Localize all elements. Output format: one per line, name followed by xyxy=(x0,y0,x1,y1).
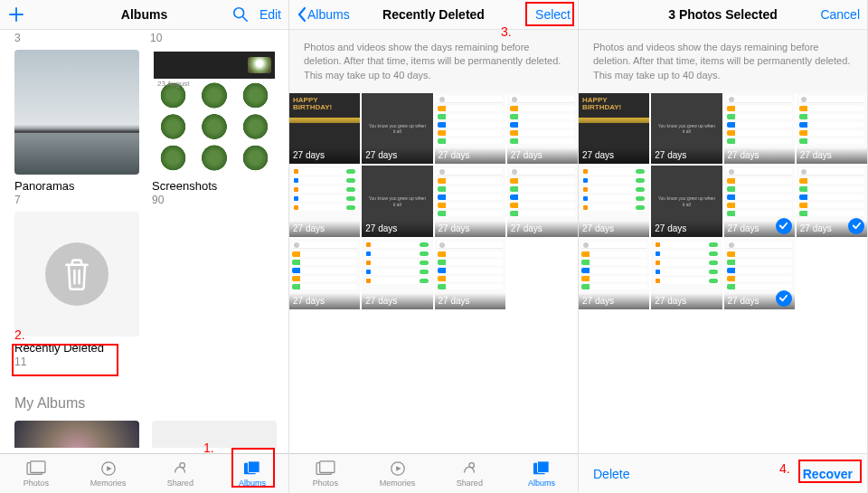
tab-albums[interactable]: Albums xyxy=(505,454,578,493)
recover-button[interactable]: Recover xyxy=(803,467,853,481)
tab-label: Shared xyxy=(167,479,193,488)
photo-thumb[interactable]: You know you grew up when it all27 days xyxy=(651,166,722,236)
photo-thumb[interactable]: 27 days xyxy=(435,93,505,164)
back-button[interactable]: Albums xyxy=(297,6,350,23)
panorama-thumb-image xyxy=(14,50,139,175)
album-label: Recently Deleted xyxy=(14,341,139,355)
tab-label: Memories xyxy=(90,479,127,488)
svg-rect-2 xyxy=(31,460,45,472)
my-albums-header: My Albums xyxy=(14,395,274,412)
photo-thumb[interactable]: You know you grew up when it all27 days xyxy=(362,93,432,164)
album-panoramas[interactable]: Panoramas 7 xyxy=(14,50,139,206)
photo-thumb[interactable]: HAPPY BIRTHDAY!27 days xyxy=(289,93,360,164)
tab-shared[interactable]: Shared xyxy=(145,454,217,493)
panel-albums-list: Albums Edit 3 10 Panoramas 7 xyxy=(0,0,289,493)
selected-check-icon xyxy=(776,290,792,307)
photo-thumb[interactable]: 27 days xyxy=(797,93,867,164)
days-remaining-label: 27 days xyxy=(507,221,578,237)
tab-label: Memories xyxy=(380,479,416,488)
edit-button[interactable]: Edit xyxy=(259,7,281,22)
days-remaining-label: 27 days xyxy=(362,293,432,309)
photo-thumb[interactable]: 27 days xyxy=(651,239,722,309)
photo-thumb[interactable]: 27 days xyxy=(507,93,578,164)
search-icon[interactable] xyxy=(232,6,249,23)
photo-thumb[interactable]: 27 days xyxy=(362,239,432,309)
photo-thumb[interactable]: 27 days xyxy=(724,93,795,164)
tab-memories[interactable]: Memories xyxy=(362,454,434,493)
photo-thumb[interactable]: 27 days xyxy=(579,166,649,236)
svg-rect-10 xyxy=(538,460,550,472)
days-remaining-label: 27 days xyxy=(579,147,649,164)
days-remaining-label: 27 days xyxy=(289,147,360,164)
photo-thumb[interactable]: 27 days xyxy=(507,166,578,236)
tab-label: Albums xyxy=(528,479,555,488)
thumb-grid[interactable]: HAPPY BIRTHDAY!27 daysYou know you grew … xyxy=(579,93,867,309)
tab-label: Photos xyxy=(313,479,338,488)
photo-thumb[interactable]: 27 days xyxy=(289,239,360,309)
cancel-button[interactable]: Cancel xyxy=(820,7,860,22)
navbar: Albums Recently Deleted Select xyxy=(289,0,578,30)
photo-thumb[interactable]: You know you grew up when it all27 days xyxy=(651,93,722,164)
album-count: 7 xyxy=(14,194,139,206)
prev-album-count-right: 10 xyxy=(150,32,162,44)
screenshots-thumb-collage xyxy=(152,50,277,175)
selected-check-icon xyxy=(848,218,864,234)
album-count: 90 xyxy=(152,194,277,206)
tab-label: Shared xyxy=(457,479,483,488)
days-remaining-label: 27 days xyxy=(579,221,649,237)
days-remaining-label: 27 days xyxy=(651,293,722,309)
tab-photos[interactable]: Photos xyxy=(289,454,362,493)
info-text: Photos and videos show the days remainin… xyxy=(579,30,867,93)
tab-photos[interactable]: Photos xyxy=(0,454,72,493)
photo-thumb[interactable]: 27 days xyxy=(435,166,505,236)
photo-thumb[interactable]: 27 days xyxy=(724,166,795,236)
days-remaining-label: 27 days xyxy=(651,221,722,237)
svg-rect-5 xyxy=(249,460,260,472)
tab-shared[interactable]: Shared xyxy=(434,454,506,493)
album-recently-deleted[interactable]: Recently Deleted 11 xyxy=(14,212,139,368)
photo-thumb[interactable]: 27 days xyxy=(579,239,649,309)
days-remaining-label: 27 days xyxy=(435,147,505,164)
prev-album-count-left: 3 xyxy=(14,32,150,44)
album-label: Panoramas xyxy=(14,179,139,193)
days-remaining-label: 27 days xyxy=(289,221,360,237)
photo-thumb[interactable]: 27 days xyxy=(435,239,505,309)
tab-albums[interactable]: Albums xyxy=(216,454,288,493)
action-bar: Delete Recover xyxy=(579,453,867,493)
tab-memories[interactable]: Memories xyxy=(72,454,145,493)
photo-thumb[interactable]: 27 days xyxy=(724,239,795,309)
selected-check-icon xyxy=(776,218,792,234)
tab-label: Albums xyxy=(239,479,266,488)
trash-icon xyxy=(45,242,108,306)
delete-button[interactable]: Delete xyxy=(593,467,629,481)
panel-selection: 3 Photos Selected Cancel Photos and vide… xyxy=(579,0,868,493)
days-remaining-label: 27 days xyxy=(362,147,432,164)
album-count: 11 xyxy=(14,356,139,368)
tab-label: Photos xyxy=(24,479,49,488)
tab-bar: Photos Memories Shared Albums xyxy=(0,453,288,493)
photo-thumb[interactable]: You know you grew up when it all27 days xyxy=(362,166,432,236)
days-remaining-label: 27 days xyxy=(579,293,649,309)
days-remaining-label: 27 days xyxy=(797,147,867,164)
navbar: 3 Photos Selected Cancel xyxy=(579,0,867,30)
days-remaining-label: 27 days xyxy=(507,147,578,164)
panel-recently-deleted: Albums Recently Deleted Select Photos an… xyxy=(289,0,579,493)
days-remaining-label: 27 days xyxy=(435,293,505,309)
screenshots-date-label: 23 August xyxy=(157,80,190,88)
album-screenshots[interactable]: 23 August Screenshots 90 xyxy=(152,50,277,206)
photo-thumb[interactable]: 27 days xyxy=(289,166,360,236)
albums-scroll-content[interactable]: 3 10 Panoramas 7 23 August xyxy=(0,30,288,453)
photo-thumb[interactable]: HAPPY BIRTHDAY!27 days xyxy=(579,93,649,164)
days-remaining-label: 27 days xyxy=(289,293,360,309)
photo-thumb[interactable]: 27 days xyxy=(797,166,867,236)
album-user-partial[interactable] xyxy=(152,421,277,448)
album-user-partial[interactable] xyxy=(14,421,139,448)
days-remaining-label: 27 days xyxy=(724,147,795,164)
tab-bar: Photos Memories Shared Albums xyxy=(289,453,578,493)
select-button[interactable]: Select xyxy=(535,7,571,22)
thumb-grid[interactable]: HAPPY BIRTHDAY!27 daysYou know you grew … xyxy=(289,93,578,309)
svg-point-0 xyxy=(234,8,244,18)
plus-icon[interactable] xyxy=(7,5,25,24)
days-remaining-label: 27 days xyxy=(362,221,432,237)
album-label: Screenshots xyxy=(152,179,277,193)
